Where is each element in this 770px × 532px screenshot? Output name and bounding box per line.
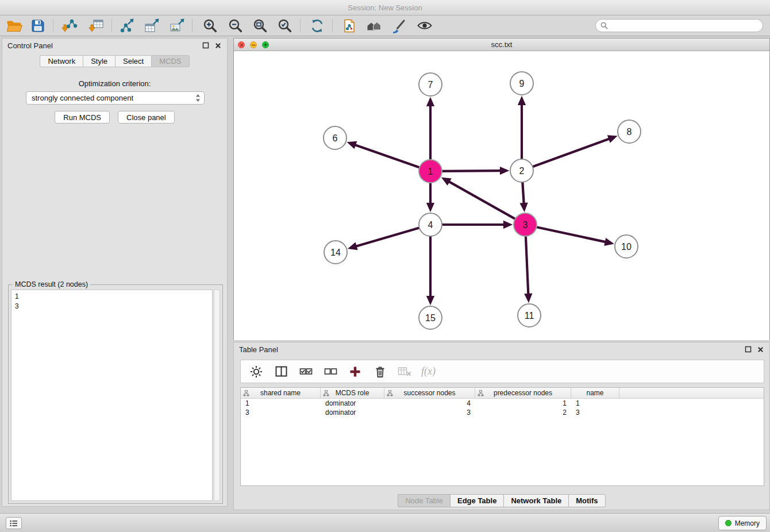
cell-successor-nodes[interactable]: 4 [384, 399, 475, 407]
new-network-from-selection-button[interactable] [338, 17, 360, 34]
float-table-panel-icon[interactable] [744, 346, 752, 353]
result-line: 1 [15, 292, 209, 302]
graph-node-4[interactable]: 4 [419, 213, 442, 236]
zoom-selected-button[interactable] [274, 17, 295, 34]
graph-node-9[interactable]: 9 [510, 72, 533, 95]
tab-edge-table[interactable]: Edge Table [450, 494, 503, 507]
column-header-predecessor-nodes[interactable]: predecessor nodes [475, 388, 571, 398]
import-network-button[interactable] [58, 17, 80, 34]
zoom-in-button[interactable] [199, 17, 221, 34]
table-row[interactable]: 3 dominator 3 2 3 [241, 408, 764, 417]
graph-edge-1-2[interactable] [442, 171, 501, 171]
graph-edge-4-14[interactable] [356, 228, 419, 246]
cell-successor-nodes[interactable]: 3 [384, 408, 475, 417]
import-table-icon [87, 18, 105, 34]
cell-predecessor-nodes[interactable]: 2 [475, 408, 571, 417]
graph-node-10[interactable]: 10 [615, 235, 638, 258]
refresh-layout-button[interactable] [306, 17, 328, 34]
search-box[interactable] [595, 19, 763, 32]
graph-node-11[interactable]: 11 [518, 304, 541, 327]
zoom-window-button[interactable] [262, 41, 269, 48]
table-row[interactable]: 1 dominator 4 1 1 [241, 399, 764, 408]
tab-mcds[interactable]: MCDS [151, 55, 189, 67]
cell-mcds-role[interactable]: dominator [321, 408, 384, 417]
export-network-button[interactable] [116, 17, 138, 34]
export-image-button[interactable] [166, 17, 188, 34]
task-history-button[interactable] [6, 517, 22, 529]
tab-node-table[interactable]: Node Table [398, 494, 450, 507]
graph-node-6[interactable]: 6 [324, 126, 346, 149]
graph-edge-3-11[interactable] [526, 236, 529, 295]
tab-network[interactable]: Network [40, 55, 83, 67]
run-mcds-button[interactable]: Run MCDS [55, 111, 110, 124]
cell-name[interactable]: 1 [571, 399, 619, 407]
float-panel-icon[interactable] [202, 42, 209, 49]
mcds-result-text[interactable]: 1 3 [11, 290, 213, 501]
attribute-icon [387, 390, 393, 396]
result-line: 3 [15, 302, 209, 311]
graph-edge-2-3[interactable] [522, 182, 523, 204]
delete-columns-button[interactable] [372, 364, 388, 380]
import-network-icon [60, 18, 78, 34]
zoom-fit-button[interactable] [249, 17, 271, 34]
function-builder-button[interactable]: f(x) [421, 365, 436, 377]
import-table-button[interactable] [85, 17, 107, 34]
close-window-button[interactable] [238, 41, 245, 48]
cell-mcds-role[interactable]: dominator [321, 399, 384, 407]
graph-node-2[interactable]: 2 [510, 159, 533, 182]
graph-node-label: 2 [519, 166, 525, 176]
table-toolbar: f(x) [240, 360, 764, 383]
graph-node-8[interactable]: 8 [618, 120, 641, 143]
column-header-mcds-role[interactable]: MCDS role [321, 388, 384, 398]
graph-node-7[interactable]: 7 [419, 73, 442, 96]
show-hide-details-button[interactable] [414, 17, 436, 34]
tab-motifs[interactable]: Motifs [568, 494, 605, 507]
graph-node-label: 11 [525, 311, 534, 321]
table-panel-tabs: Node Table Edge Table Network Table Moti… [234, 494, 769, 507]
close-table-panel-icon[interactable] [757, 346, 764, 353]
result-scrollbar[interactable] [214, 290, 220, 501]
graph-node-15[interactable]: 15 [419, 306, 442, 329]
dropdown-stepper-icon [195, 94, 201, 102]
memory-button[interactable]: Memory [718, 516, 767, 530]
column-header-shared-name[interactable]: shared name [241, 388, 321, 398]
apply-style-button[interactable] [388, 17, 410, 34]
network-window-titlebar[interactable]: scc.txt [234, 38, 769, 51]
close-panel-button[interactable]: Close panel [118, 111, 175, 124]
cell-predecessor-nodes[interactable]: 1 [475, 399, 571, 407]
export-table-button[interactable] [141, 17, 163, 34]
save-session-button[interactable] [27, 17, 49, 34]
add-column-button[interactable] [347, 364, 363, 380]
open-session-button[interactable] [3, 17, 25, 34]
cell-shared-name[interactable]: 1 [241, 399, 321, 407]
zoom-out-button[interactable] [224, 17, 246, 34]
window-titlebar[interactable]: Session: New Session [0, 0, 770, 16]
cell-name[interactable]: 3 [571, 408, 619, 417]
search-input[interactable] [611, 22, 758, 30]
deselect-all-rows-button[interactable] [322, 364, 338, 380]
tab-select[interactable]: Select [115, 55, 151, 67]
network-canvas[interactable]: 7968124314101511 [234, 51, 769, 340]
graph-edge-3-1[interactable] [448, 182, 515, 219]
network-graph[interactable]: 7968124314101511 [234, 51, 769, 340]
graph-edge-3-10[interactable] [537, 227, 606, 242]
tab-style[interactable]: Style [83, 55, 115, 67]
cell-shared-name[interactable]: 3 [241, 408, 321, 417]
graph-node-1[interactable]: 1 [419, 160, 442, 183]
first-neighbors-button[interactable] [363, 17, 385, 34]
close-panel-icon[interactable] [214, 42, 222, 49]
show-columns-button[interactable] [273, 364, 289, 380]
graph-edge-1-6[interactable] [355, 145, 419, 168]
graph-node-3[interactable]: 3 [514, 213, 537, 236]
delete-table-button[interactable] [396, 364, 413, 380]
minimize-window-button[interactable] [250, 41, 257, 48]
graph-edge-2-8[interactable] [533, 138, 610, 167]
tab-network-table[interactable]: Network Table [503, 494, 568, 507]
column-header-name[interactable]: name [571, 388, 619, 398]
table-settings-button[interactable] [248, 364, 264, 380]
control-panel-header: Control Panel [2, 38, 227, 52]
select-all-rows-button[interactable] [298, 364, 314, 380]
graph-node-14[interactable]: 14 [324, 241, 347, 264]
column-header-successor-nodes[interactable]: successor nodes [384, 388, 475, 398]
criterion-dropdown[interactable]: strongly connected component [26, 91, 205, 105]
